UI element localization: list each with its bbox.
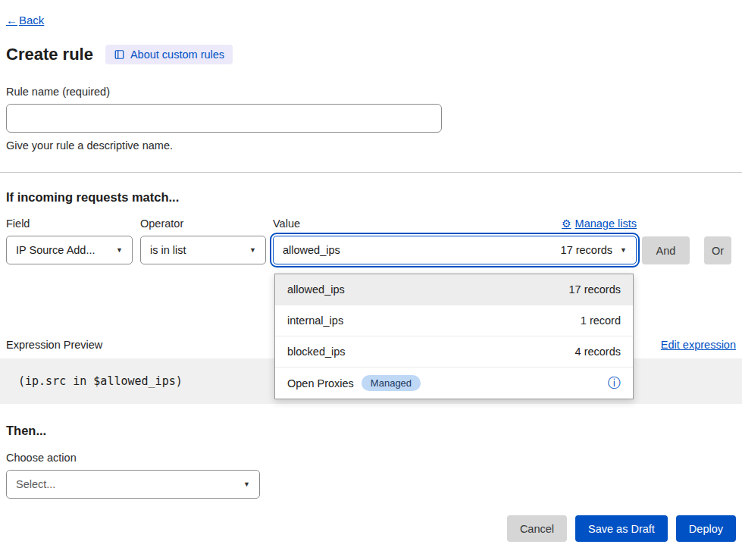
list-item-name: blocked_ips <box>287 346 346 358</box>
field-select-value: IP Source Add... <box>16 244 95 256</box>
list-item-internal-ips[interactable]: internal_ips 1 record <box>275 305 633 336</box>
list-item-name: Open Proxies <box>287 377 354 389</box>
chevron-down-icon: ▼ <box>249 246 256 254</box>
create-rule-page: ←Back Create rule About custom rules Rul… <box>0 0 742 542</box>
list-item-meta: 1 record <box>581 314 621 327</box>
value-label-row: Value ⚙ Manage lists <box>273 217 637 230</box>
field-column: Field IP Source Add... ▼ <box>6 217 133 264</box>
gear-icon: ⚙ <box>562 217 571 230</box>
section-divider <box>0 172 742 173</box>
value-label: Value <box>273 217 300 230</box>
value-dropdown-list: allowed_ips 17 records internal_ips 1 re… <box>274 274 634 399</box>
deploy-button[interactable]: Deploy <box>676 515 736 542</box>
page-title: Create rule <box>6 45 93 64</box>
operator-select[interactable]: is in list ▼ <box>140 236 266 264</box>
list-item-open-proxies[interactable]: Open Proxies Managed ⓘ <box>275 368 633 399</box>
value-select-right: 17 records ▼ <box>561 244 627 256</box>
title-row: Create rule About custom rules <box>6 45 736 64</box>
list-item-meta: 17 records <box>568 283 621 296</box>
operator-select-value: is in list <box>150 244 186 256</box>
edit-expression-link[interactable]: Edit expression <box>661 339 736 351</box>
about-custom-rules-link[interactable]: About custom rules <box>105 45 233 64</box>
or-button[interactable]: Or <box>704 236 731 264</box>
field-label: Field <box>6 217 133 230</box>
then-section-heading: Then... <box>6 424 736 438</box>
list-item-meta: 4 records <box>575 346 621 358</box>
value-column: Value ⚙ Manage lists allowed_ips 17 reco… <box>273 217 637 264</box>
managed-badge: Managed <box>362 375 421 391</box>
value-select-value: allowed_ips <box>283 244 340 256</box>
match-controls-row: Field IP Source Add... ▼ Operator is in … <box>6 217 736 264</box>
back-arrow-icon: ← <box>6 14 17 27</box>
manage-lists-link[interactable]: ⚙ Manage lists <box>562 217 637 230</box>
chevron-down-icon: ▼ <box>243 480 250 488</box>
list-item-name: allowed_ips <box>287 283 345 296</box>
and-button[interactable]: And <box>642 236 690 264</box>
rule-name-help: Give your rule a descriptive name. <box>6 139 736 152</box>
rule-name-label: Rule name (required) <box>6 86 736 98</box>
rule-name-input[interactable] <box>6 104 442 133</box>
book-icon <box>114 49 125 60</box>
match-section-heading: If incoming requests match... <box>6 190 736 205</box>
cancel-button[interactable]: Cancel <box>507 515 567 542</box>
value-select-records: 17 records <box>561 244 613 256</box>
save-as-draft-button[interactable]: Save as Draft <box>575 515 668 542</box>
back-row: ←Back <box>6 0 736 27</box>
action-select[interactable]: Select... ▼ <box>6 470 260 499</box>
footer-actions: Cancel Save as Draft Deploy <box>6 515 736 542</box>
operator-label: Operator <box>140 217 266 230</box>
list-item-left: Open Proxies Managed <box>287 375 421 391</box>
list-item-blocked-ips[interactable]: blocked_ips 4 records <box>275 336 633 368</box>
field-select[interactable]: IP Source Add... ▼ <box>6 236 133 264</box>
chevron-down-icon: ▼ <box>620 246 627 254</box>
manage-lists-label: Manage lists <box>575 217 637 230</box>
list-item-name: internal_ips <box>287 314 343 327</box>
action-select-placeholder: Select... <box>16 478 55 490</box>
chevron-down-icon: ▼ <box>116 246 123 254</box>
expression-preview-label: Expression Preview <box>6 339 102 351</box>
value-select[interactable]: allowed_ips 17 records ▼ <box>273 236 637 264</box>
list-item-allowed-ips[interactable]: allowed_ips 17 records <box>275 274 633 305</box>
choose-action-label: Choose action <box>6 452 736 464</box>
back-link-label: Back <box>19 14 44 27</box>
info-icon[interactable]: ⓘ <box>608 374 621 392</box>
operator-column: Operator is in list ▼ <box>140 217 266 264</box>
back-link[interactable]: ←Back <box>6 14 44 27</box>
about-custom-rules-label: About custom rules <box>130 48 224 61</box>
expression-code: (ip.src in $allowed_ips) <box>18 374 183 388</box>
